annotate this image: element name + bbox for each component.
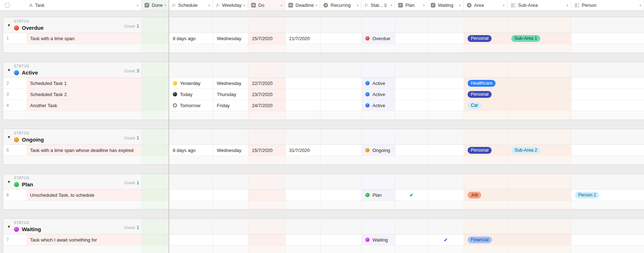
cell-weekday[interactable]: Wednesday (213, 33, 248, 44)
cell-area[interactable]: Financial (464, 234, 508, 245)
cell-area[interactable]: Personal (464, 89, 508, 100)
chevron-down-icon[interactable]: ▾ (208, 4, 210, 7)
cell-stat[interactable]: Plan (362, 190, 395, 200)
cell-deadline[interactable] (286, 78, 321, 89)
chevron-down-icon[interactable]: ▾ (566, 4, 568, 7)
cell-done[interactable] (142, 78, 169, 89)
cell-person[interactable] (571, 78, 644, 89)
cell-stat[interactable]: Active (362, 100, 395, 111)
cell-area[interactable]: Job (464, 190, 508, 200)
cell-schedule[interactable]: Tomorrow (169, 100, 213, 111)
cell-do[interactable]: 15/7/2020 (248, 145, 286, 156)
group-collapse-toggle[interactable]: ▼ (7, 135, 11, 139)
cell-recurring[interactable] (321, 100, 362, 111)
cell-waiting[interactable] (428, 89, 464, 100)
cell-stat[interactable]: Active (362, 78, 395, 89)
chevron-down-icon[interactable]: ▾ (137, 4, 138, 7)
cell-subarea[interactable] (508, 234, 571, 245)
column-header-recurring[interactable]: Recurring▾ (320, 0, 361, 10)
group-collapse-toggle[interactable]: ▼ (7, 23, 11, 27)
column-header-plan[interactable]: ✓Plan▾ (395, 0, 428, 10)
chevron-down-icon[interactable]: ▾ (164, 4, 166, 7)
cell-deadline[interactable]: 21/7/2020 (286, 33, 321, 44)
cell-weekday[interactable]: Wednesday (213, 78, 248, 89)
group-collapse-toggle[interactable]: ▼ (7, 180, 11, 184)
cell-weekday[interactable]: Friday (213, 100, 248, 111)
cell-weekday[interactable] (213, 234, 248, 245)
cell-done[interactable] (142, 190, 169, 200)
cell-waiting[interactable] (428, 145, 464, 156)
cell-task[interactable]: Scheduled Task 1 (26, 78, 142, 89)
cell-subarea[interactable]: Sub-Area 1 (508, 33, 571, 44)
cell-subarea[interactable] (508, 100, 571, 111)
column-header-person[interactable]: Person▾ (571, 0, 644, 10)
cell-done[interactable] (142, 145, 169, 156)
chevron-down-icon[interactable]: ▾ (280, 4, 282, 7)
cell-person[interactable] (571, 33, 644, 44)
cell-recurring[interactable] (321, 190, 362, 200)
cell-deadline[interactable] (286, 100, 321, 111)
column-header-waiting[interactable]: ✓Waiting▾ (428, 0, 464, 10)
cell-waiting[interactable]: ✔ (428, 234, 464, 245)
cell-plan[interactable] (395, 234, 428, 245)
cell-do[interactable] (248, 234, 286, 245)
cell-person[interactable]: Person 2 (571, 190, 644, 200)
cell-do[interactable]: 22/7/2020 (248, 78, 286, 89)
cell-done[interactable] (142, 89, 169, 100)
cell-schedule[interactable]: 8 days ago (169, 33, 213, 44)
info-icon[interactable]: i (384, 3, 387, 8)
cell-plan[interactable] (395, 145, 428, 156)
cell-deadline[interactable] (286, 234, 321, 245)
chevron-down-icon[interactable]: ▾ (316, 4, 317, 7)
column-header-subarea[interactable]: Sub-Area▾ (507, 0, 571, 10)
select-all-checkbox[interactable] (5, 3, 10, 8)
cell-waiting[interactable] (428, 190, 464, 200)
cell-plan[interactable] (395, 89, 428, 100)
cell-stat[interactable]: Active (362, 89, 395, 100)
cell-recurring[interactable] (321, 33, 362, 44)
cell-task[interactable]: Task with a time span whose deadline has… (26, 145, 142, 156)
cell-do[interactable]: 15/7/2020 (248, 33, 286, 44)
column-header-task[interactable]: ATask▾ (26, 0, 141, 10)
chevron-down-icon[interactable]: ▾ (459, 4, 461, 7)
cell-schedule[interactable]: 8 days ago (169, 145, 213, 156)
cell-do[interactable] (248, 190, 286, 200)
cell-subarea[interactable]: Sub-Area 2 (508, 145, 571, 156)
column-header-deadline[interactable]: 31Deadline▾ (285, 0, 320, 10)
cell-schedule[interactable]: Today (169, 89, 213, 100)
cell-person[interactable] (571, 100, 644, 111)
cell-waiting[interactable] (428, 33, 464, 44)
cell-waiting[interactable] (428, 78, 464, 89)
cell-area[interactable]: Personal (464, 145, 508, 156)
chevron-down-icon[interactable]: ▾ (357, 4, 358, 7)
cell-recurring[interactable] (321, 145, 362, 156)
cell-done[interactable] (142, 234, 169, 245)
column-header-stat[interactable]: ƒxStat...i▾ (361, 0, 395, 10)
chevron-down-icon[interactable]: ▾ (423, 4, 425, 7)
cell-person[interactable] (571, 234, 644, 245)
cell-weekday[interactable]: Thursday (213, 89, 248, 100)
cell-deadline[interactable] (286, 89, 321, 100)
cell-deadline[interactable] (286, 190, 321, 200)
cell-recurring[interactable] (321, 234, 362, 245)
column-header-weekday[interactable]: ƒxWeekday▾ (213, 0, 248, 10)
column-header-schedule[interactable]: ƒxSchedule▾ (169, 0, 213, 10)
cell-recurring[interactable] (321, 78, 362, 89)
chevron-down-icon[interactable]: ▾ (390, 4, 392, 7)
cell-done[interactable] (142, 33, 169, 44)
cell-task[interactable]: Scheduled Task 2 (26, 89, 142, 100)
cell-weekday[interactable]: Wednesday (213, 145, 248, 156)
cell-stat[interactable]: Ongoing (362, 145, 395, 156)
group-collapse-toggle[interactable]: ▼ (7, 68, 11, 72)
chevron-down-icon[interactable]: ▾ (503, 4, 504, 7)
cell-done[interactable] (142, 100, 169, 111)
group-collapse-toggle[interactable]: ▼ (7, 225, 11, 229)
column-header-do[interactable]: 31Do▾ (248, 0, 285, 10)
cell-weekday[interactable] (213, 190, 248, 200)
cell-do[interactable]: 24/7/2020 (248, 100, 286, 111)
cell-area[interactable]: Personal (464, 33, 508, 44)
cell-area[interactable]: Healthcare (464, 78, 508, 89)
cell-person[interactable] (571, 89, 644, 100)
frozen-column-separator[interactable] (169, 0, 169, 253)
cell-subarea[interactable] (508, 89, 571, 100)
